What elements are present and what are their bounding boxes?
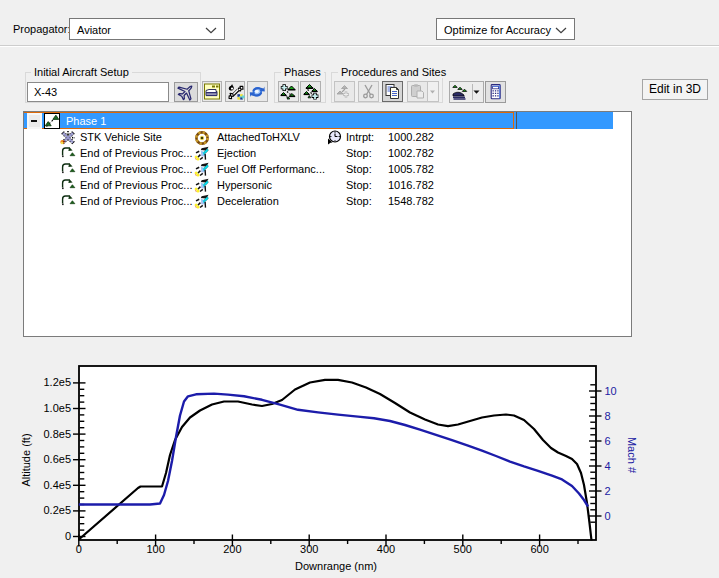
svg-text:1.0e5: 1.0e5 xyxy=(43,402,71,414)
svg-text:6: 6 xyxy=(605,435,611,447)
svg-text:1.2e5: 1.2e5 xyxy=(43,376,71,388)
svg-text:200: 200 xyxy=(223,543,241,555)
svg-text:0: 0 xyxy=(76,543,82,555)
svg-text:100: 100 xyxy=(146,543,164,555)
svg-text:4: 4 xyxy=(605,460,611,472)
svg-text:0: 0 xyxy=(605,510,611,522)
svg-text:0.6e5: 0.6e5 xyxy=(43,453,71,465)
svg-text:Downrange (nm): Downrange (nm) xyxy=(295,560,377,572)
svg-text:0: 0 xyxy=(65,530,71,542)
svg-text:2: 2 xyxy=(605,485,611,497)
svg-text:600: 600 xyxy=(530,543,548,555)
svg-text:500: 500 xyxy=(454,543,472,555)
svg-text:10: 10 xyxy=(605,385,617,397)
svg-text:0.2e5: 0.2e5 xyxy=(43,504,71,516)
svg-text:8: 8 xyxy=(605,410,611,422)
svg-text:400: 400 xyxy=(377,543,395,555)
svg-text:Altitude (ft): Altitude (ft) xyxy=(20,433,32,486)
svg-text:300: 300 xyxy=(300,543,318,555)
svg-text:Mach #: Mach # xyxy=(626,437,638,474)
svg-text:0.4e5: 0.4e5 xyxy=(43,479,71,491)
svg-text:0.8e5: 0.8e5 xyxy=(43,428,71,440)
